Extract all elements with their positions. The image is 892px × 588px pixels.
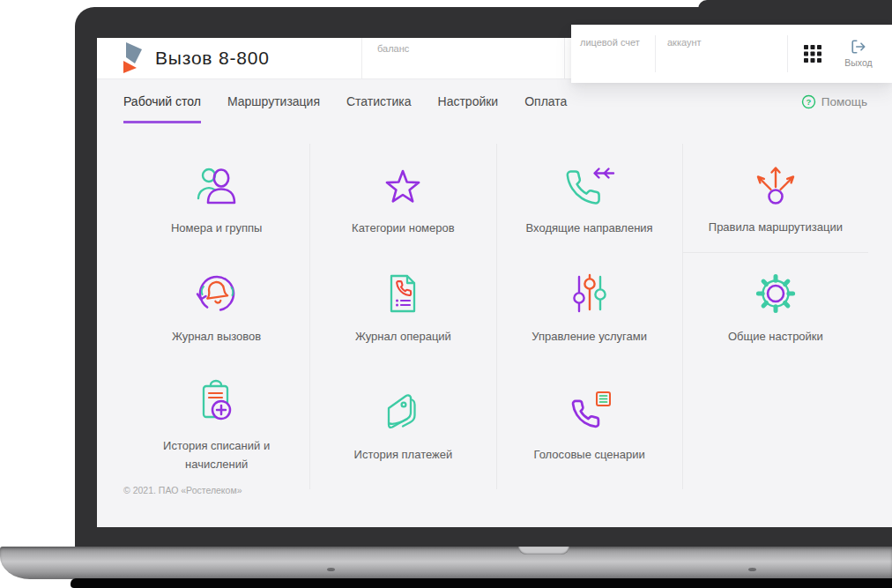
tile-operations-log[interactable]: Журнал операций — [309, 253, 495, 361]
panel-divider — [787, 35, 788, 72]
tile-call-log[interactable]: Журнал вызовов — [123, 253, 309, 361]
laptop-bottom-edge — [71, 578, 892, 588]
tile-label: Категории номеров — [352, 220, 455, 237]
tile-label: История списаний и начислений — [141, 437, 293, 473]
app-header: Вызов 8-800 баланс лицевой счет аккаунт — [97, 38, 892, 79]
help-question-icon: ? — [801, 94, 816, 109]
logout-label: Выход — [844, 57, 872, 68]
apps-grid-button[interactable] — [804, 45, 821, 63]
tile-label: Голосовые сценарии — [534, 446, 645, 464]
app-screen: Вызов 8-800 баланс лицевой счет аккаунт — [97, 38, 892, 527]
tile-incoming-directions[interactable]: Входящие направления — [496, 144, 682, 253]
laptop-screw — [327, 568, 335, 571]
svg-text:?: ? — [806, 96, 811, 106]
panel-divider — [655, 35, 656, 72]
tile-services-management[interactable]: Управление услугами — [496, 253, 682, 361]
services-sliders-icon — [565, 268, 614, 319]
copyright-text: © 2021. ПАО «Ростелеком» — [123, 485, 242, 495]
voice-scenarios-icon — [563, 386, 616, 437]
settings-gear-icon — [751, 268, 800, 319]
tile-label: Управление услугами — [531, 328, 647, 346]
routing-icon — [751, 159, 800, 210]
tab-payment[interactable]: Оплата — [524, 79, 567, 123]
help-link[interactable]: ? Помощь — [801, 79, 867, 123]
tile-label: Журнал вызовов — [172, 328, 261, 346]
help-label: Помощь — [821, 95, 867, 108]
personal-account-label: лицевой счет — [580, 37, 640, 48]
tile-numbers-groups[interactable]: Номера и группы — [123, 144, 309, 253]
rostelecom-logo-icon — [123, 41, 143, 75]
payments-history-icon — [378, 386, 427, 437]
incoming-call-icon — [563, 160, 616, 211]
tile-label: Общие настройки — [728, 328, 823, 346]
header-divider — [361, 38, 362, 79]
tile-voice-scenarios[interactable]: Голосовые сценарии — [496, 361, 682, 489]
call-log-icon — [192, 268, 242, 319]
main-nav: Рабочий стол Маршрутизация Статистика На… — [97, 79, 892, 123]
tile-label: История платежей — [354, 446, 453, 464]
tile-payments-history[interactable]: История платежей — [309, 361, 495, 489]
tile-label: Журнал операций — [355, 328, 451, 346]
tile-label: Входящие направления — [526, 220, 653, 237]
people-icon — [192, 160, 242, 211]
app-title: Вызов 8-800 — [155, 48, 270, 69]
tile-number-categories[interactable]: Категории номеров — [309, 144, 495, 253]
tile-label: Правила маршрутизации — [709, 219, 843, 236]
charges-history-icon — [192, 377, 242, 428]
tile-general-settings[interactable]: Общие настройки — [682, 253, 868, 361]
tile-routing-rules[interactable]: Правила маршрутизации — [682, 144, 868, 253]
tab-settings[interactable]: Настройки — [438, 79, 499, 123]
tab-statistics[interactable]: Статистика — [346, 79, 412, 123]
star-icon — [378, 160, 427, 211]
tile-charges-history[interactable]: История списаний и начислений — [123, 361, 309, 489]
balance-label: баланс — [377, 43, 409, 54]
logout-icon — [851, 39, 866, 55]
laptop-screw — [748, 568, 756, 571]
laptop-lid-latch — [518, 547, 569, 555]
account-label: аккаунт — [667, 37, 702, 48]
dashboard-grid: Номера и группы Категории номеров — [123, 144, 868, 489]
header-divider — [564, 38, 565, 79]
tab-routing[interactable]: Маршрутизация — [227, 79, 320, 123]
logout-button[interactable]: Выход — [834, 39, 883, 68]
operations-log-icon — [378, 268, 427, 319]
apps-grid-icon — [804, 45, 821, 63]
tab-desktop[interactable]: Рабочий стол — [123, 79, 201, 123]
empty-grid-cell — [682, 361, 868, 489]
account-panel: лицевой счет аккаунт Выход — [571, 25, 892, 83]
laptop-base — [0, 547, 892, 579]
laptop-bezel-top-right — [698, 0, 892, 26]
tile-label: Номера и группы — [171, 220, 262, 237]
